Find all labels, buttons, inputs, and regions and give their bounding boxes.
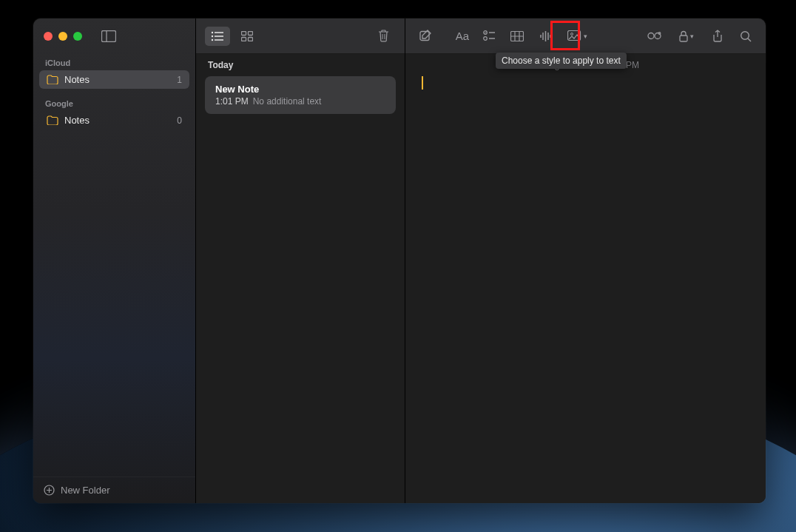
folder-name: Notes xyxy=(64,74,90,85)
note-editor[interactable] xyxy=(405,75,766,503)
svg-point-33 xyxy=(648,33,654,39)
sidebar-folder-google-notes[interactable]: Notes 0 xyxy=(39,111,189,129)
checklist-button[interactable] xyxy=(476,25,502,47)
editor-toolbar: Aa xyxy=(405,18,766,54)
sidebar-section-label: Google xyxy=(33,95,195,111)
checklist-icon xyxy=(483,30,496,41)
note-time: 1:01 PM xyxy=(215,96,249,107)
folder-name: Notes xyxy=(64,115,90,126)
window-controls xyxy=(33,18,195,54)
new-note-button[interactable] xyxy=(413,25,438,47)
media-button[interactable]: ▾ xyxy=(561,25,593,47)
note-list-item[interactable]: New Note 1:01 PMNo additional text xyxy=(205,76,396,114)
gallery-view-button[interactable] xyxy=(235,27,260,46)
trash-icon xyxy=(378,30,389,42)
tooltip-text: Choose a style to apply to text xyxy=(502,55,621,66)
note-title: New Note xyxy=(215,84,385,95)
grid-icon xyxy=(241,31,253,41)
folder-count: 1 xyxy=(177,75,182,85)
new-folder-button[interactable]: New Folder xyxy=(33,477,195,503)
notes-list-toolbar xyxy=(196,18,405,54)
search-icon xyxy=(740,30,752,42)
new-folder-label: New Folder xyxy=(61,485,109,496)
sidebar-icon xyxy=(101,30,116,42)
sidebar-section-label: iCloud xyxy=(33,54,195,70)
lock-button[interactable]: ▾ xyxy=(669,25,702,47)
notes-list-pane: Today New Note 1:01 PMNo additional text xyxy=(196,18,405,503)
chevron-down-icon: ▾ xyxy=(584,33,587,40)
link-button[interactable] xyxy=(641,25,667,47)
compose-icon xyxy=(419,30,432,42)
aa-icon: Aa xyxy=(456,30,469,42)
photo-icon xyxy=(567,30,582,41)
delete-note-button[interactable] xyxy=(371,27,396,46)
svg-rect-14 xyxy=(249,37,253,41)
share-button[interactable] xyxy=(705,25,730,47)
svg-point-37 xyxy=(741,31,749,39)
notes-window: iCloud Notes 1 Google Notes 0 New Folder xyxy=(33,18,766,503)
text-cursor xyxy=(422,76,423,90)
note-subtitle: 1:01 PMNo additional text xyxy=(215,96,385,107)
svg-line-38 xyxy=(748,38,751,41)
audio-style-button[interactable] xyxy=(533,25,558,47)
table-button[interactable] xyxy=(505,25,530,47)
folder-icon xyxy=(47,75,58,84)
plus-circle-icon xyxy=(44,485,55,496)
svg-rect-0 xyxy=(102,31,116,42)
svg-point-20 xyxy=(483,37,487,41)
svg-point-32 xyxy=(570,33,573,36)
svg-rect-11 xyxy=(242,31,246,35)
svg-point-5 xyxy=(212,31,213,33)
list-view-button[interactable] xyxy=(205,27,230,46)
share-icon xyxy=(712,30,723,42)
editor-pane: Aa xyxy=(405,18,766,503)
sidebar-folder-icloud-notes[interactable]: Notes 1 xyxy=(39,70,189,89)
chevron-down-icon: ▾ xyxy=(690,33,694,40)
svg-rect-36 xyxy=(680,36,687,41)
list-icon xyxy=(211,31,224,41)
minimize-button[interactable] xyxy=(58,32,67,41)
notes-date-header: Today xyxy=(196,54,405,76)
svg-point-9 xyxy=(212,38,213,40)
svg-rect-13 xyxy=(242,37,246,41)
waveform-icon xyxy=(539,30,552,42)
toggle-sidebar-button[interactable] xyxy=(98,28,119,44)
lock-icon xyxy=(678,30,689,42)
search-button[interactable] xyxy=(733,25,758,47)
note-preview: No additional text xyxy=(253,96,322,107)
svg-rect-12 xyxy=(249,31,253,35)
folder-count: 0 xyxy=(177,115,182,126)
fullscreen-button[interactable] xyxy=(73,32,82,41)
sidebar: iCloud Notes 1 Google Notes 0 New Folder xyxy=(33,18,196,503)
folder-icon xyxy=(47,115,58,125)
table-icon xyxy=(510,31,524,41)
link-icon xyxy=(647,30,661,41)
format-text-button[interactable]: Aa xyxy=(451,25,473,47)
close-button[interactable] xyxy=(44,32,53,41)
tooltip: Choose a style to apply to text xyxy=(496,53,627,69)
svg-point-7 xyxy=(212,35,213,36)
